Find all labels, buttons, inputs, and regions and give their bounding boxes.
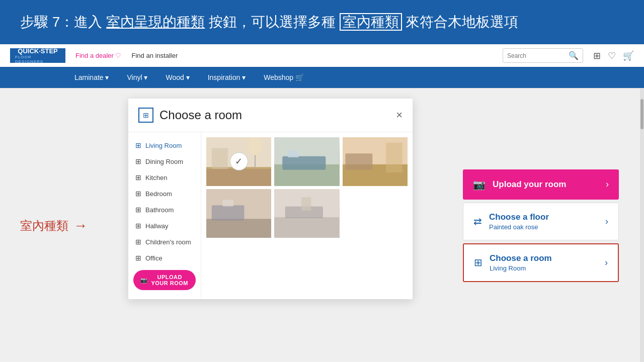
modal-title: Choose a room — [159, 108, 242, 122]
room-thumb-2[interactable] — [274, 137, 339, 186]
bathroom-icon: ⊞ — [135, 206, 141, 214]
room-btn-text: Choose a room Living Room — [490, 253, 552, 272]
dining-room-icon: ⊞ — [135, 157, 141, 165]
upload-chevron-icon: › — [606, 179, 609, 190]
svg-rect-7 — [282, 156, 326, 170]
bedroom-icon: ⊞ — [135, 190, 141, 198]
modal-title-row: ⊞ Choose a room — [138, 108, 242, 123]
room-label: Choose a room — [490, 253, 552, 263]
nav-icons: ⊞ ♡ 🛒 — [593, 50, 634, 61]
sidebar-item-bedroom[interactable]: ⊞ Bedroom — [128, 186, 201, 202]
right-panel: 📷 Upload your room › ⇄ Choose a floor Pa… — [463, 169, 619, 282]
floor-icon: ⇄ — [473, 215, 482, 227]
room-type-label: 室內種類 — [20, 218, 68, 234]
nav-links: Find a dealer ♡ Find an installer — [75, 52, 493, 59]
childrens-room-label: Children's room — [145, 238, 191, 246]
heart-icon[interactable]: ♡ — [608, 50, 616, 61]
annotation-text: 步驟 7：進入 室內呈現的種類 按鈕，可以選擇多種 室內種類 來符合木地板選項 — [20, 13, 518, 32]
sidebar-item-childrens-room[interactable]: ⊞ Children's room — [128, 234, 201, 250]
nav-item-vinyl[interactable]: Vinyl ▾ — [118, 67, 156, 88]
floor-sublabel: Painted oak rose — [489, 223, 549, 231]
floor-label: Choose a floor — [489, 212, 549, 222]
sidebar-item-hallway[interactable]: ⊞ Hallway — [128, 218, 201, 234]
room-sublabel: Living Room — [490, 264, 552, 272]
search-input[interactable] — [507, 52, 566, 59]
nav-item-laminate[interactable]: Laminate ▾ — [65, 67, 118, 88]
camera-icon: 📷 — [140, 277, 148, 284]
camera-panel-icon: 📷 — [473, 178, 486, 191]
room-btn-inner: ⊞ Choose a room Living Room — [474, 253, 552, 272]
upload-btn-text: Upload your room — [493, 179, 566, 190]
left-annotation: 室內種類 → — [20, 218, 88, 234]
sidebar-item-dining-room[interactable]: ⊞ Dining Room — [128, 153, 201, 169]
room-icon: ⊞ — [138, 108, 153, 123]
find-dealer-link[interactable]: Find a dealer ♡ — [75, 52, 122, 59]
sidebar-item-office[interactable]: ⊞ Office — [128, 250, 201, 266]
room-thumb-5[interactable] — [274, 189, 339, 238]
room-chevron-icon: › — [605, 257, 608, 268]
svg-rect-8 — [288, 151, 299, 157]
svg-rect-18 — [274, 217, 339, 238]
living-room-icon: ⊞ — [135, 141, 141, 149]
sidebar-item-kitchen[interactable]: ⊞ Kitchen — [128, 169, 201, 186]
modal-body: ⊞ Living Room ⊞ Dining Room ⊞ Kitchen ⊞ … — [128, 132, 413, 299]
svg-rect-20 — [301, 197, 311, 211]
main-content: 室內種類 → ⊞ Choose a room × ⊞ Living Room — [0, 88, 644, 362]
search-icon[interactable]: 🔍 — [569, 51, 579, 60]
scrollbar-thumb[interactable] — [640, 99, 643, 129]
modal-header: ⊞ Choose a room × — [128, 99, 413, 132]
upload-label: Upload your room — [493, 179, 566, 190]
nav-item-webshop[interactable]: Webshop 🛒 — [255, 67, 313, 88]
navigation: QUICK·STEP FLOOR DESIGNERS Find a dealer… — [0, 44, 644, 88]
bathroom-label: Bathroom — [145, 206, 174, 214]
office-label: Office — [145, 254, 163, 262]
dining-room-label: Dining Room — [145, 158, 183, 165]
room-thumb-1[interactable]: ✓ — [206, 137, 271, 186]
upload-room-panel-btn[interactable]: 📷 Upload your room › — [463, 169, 619, 200]
room-thumb-4[interactable] — [206, 189, 271, 238]
hallway-icon: ⊞ — [135, 222, 141, 230]
close-button[interactable]: × — [396, 110, 403, 121]
hallway-label: Hallway — [145, 222, 169, 230]
room-image-grid: ✓ — [201, 132, 413, 299]
arrow-icon: → — [73, 218, 88, 234]
office-icon: ⊞ — [135, 254, 141, 262]
scrollbar[interactable] — [640, 88, 644, 362]
bedroom-label: Bedroom — [145, 190, 172, 198]
svg-rect-2 — [212, 148, 228, 170]
svg-rect-15 — [212, 205, 245, 220]
floor-btn-inner: ⇄ Choose a floor Painted oak rose — [473, 212, 549, 231]
living-room-label: Living Room — [145, 142, 182, 149]
svg-rect-12 — [386, 143, 402, 172]
room-sidebar: ⊞ Living Room ⊞ Dining Room ⊞ Kitchen ⊞ … — [128, 132, 201, 299]
choose-floor-panel-btn[interactable]: ⇄ Choose a floor Painted oak rose › — [463, 203, 619, 240]
find-installer-link[interactable]: Find an installer — [132, 52, 178, 59]
upload-room-button[interactable]: 📷 UPLOAD YOUR ROOM — [133, 270, 196, 290]
grid-icon[interactable]: ⊞ — [593, 50, 601, 61]
logo[interactable]: QUICK·STEP FLOOR DESIGNERS — [10, 48, 65, 63]
kitchen-label: Kitchen — [145, 174, 167, 182]
svg-rect-11 — [345, 153, 372, 169]
search-bar[interactable]: 🔍 — [503, 48, 583, 63]
logo-text: QUICK·STEP — [15, 47, 60, 55]
childrens-room-icon: ⊞ — [135, 238, 141, 246]
room-thumb-3[interactable] — [343, 137, 408, 186]
nav-item-wood[interactable]: Wood ▾ — [156, 67, 198, 88]
annotation-bar: 步驟 7：進入 室內呈現的種類 按鈕，可以選擇多種 室內種類 來符合木地板選項 — [0, 0, 644, 44]
svg-rect-14 — [206, 219, 271, 238]
floor-chevron-icon: › — [605, 216, 608, 227]
sidebar-item-living-room[interactable]: ⊞ Living Room — [128, 137, 201, 153]
choose-room-modal: ⊞ Choose a room × ⊞ Living Room ⊞ Dining… — [128, 99, 413, 299]
choose-room-panel-btn[interactable]: ⊞ Choose a room Living Room › — [463, 243, 619, 282]
nav-menu: Laminate ▾ Vinyl ▾ Wood ▾ Inspiration ▾ … — [0, 67, 644, 88]
floor-btn-text: Choose a floor Painted oak rose — [489, 212, 549, 231]
kitchen-icon: ⊞ — [135, 173, 141, 182]
cart-icon[interactable]: 🛒 — [623, 50, 634, 61]
room-panel-icon: ⊞ — [474, 256, 482, 268]
upload-btn-label: UPLOAD YOUR ROOM — [151, 274, 189, 286]
upload-btn-inner: 📷 Upload your room — [473, 178, 566, 191]
nav-item-inspiration[interactable]: Inspiration ▾ — [199, 67, 255, 88]
sidebar-item-bathroom[interactable]: ⊞ Bathroom — [128, 202, 201, 218]
logo-subtext: FLOOR DESIGNERS — [15, 55, 60, 64]
svg-rect-16 — [222, 200, 233, 207]
